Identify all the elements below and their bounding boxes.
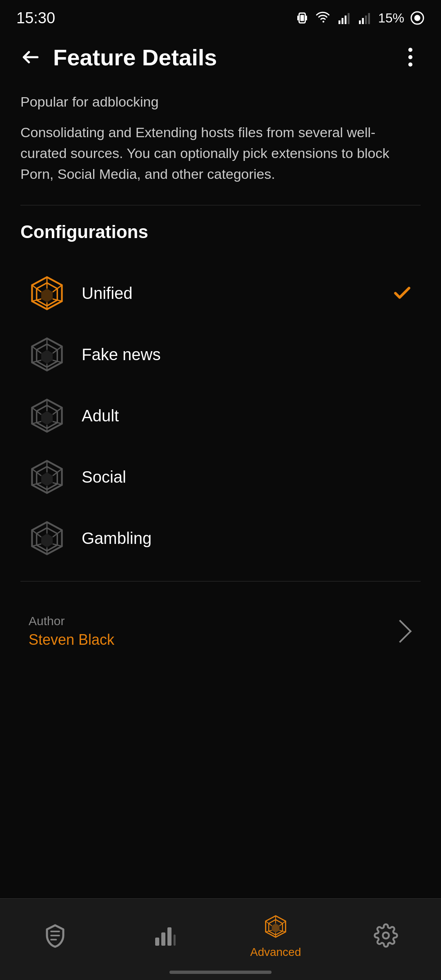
battery-text: 15% <box>378 11 404 26</box>
svg-rect-10 <box>362 18 364 24</box>
dot1 <box>408 48 412 52</box>
config-item-fake-news[interactable]: Fake news <box>20 324 421 385</box>
advanced-nav-label: Advanced <box>250 946 301 959</box>
back-button[interactable] <box>16 43 45 71</box>
svg-point-76 <box>383 932 389 938</box>
nav-item-advanced[interactable]: Advanced <box>220 904 331 959</box>
nav-item-stats[interactable] <box>110 913 220 950</box>
svg-rect-6 <box>341 18 343 24</box>
more-options-button[interactable] <box>396 43 425 71</box>
config-item-social[interactable]: Social <box>20 446 421 508</box>
divider-top <box>20 205 421 205</box>
author-chevron-icon <box>389 620 412 643</box>
svg-marker-69 <box>272 923 280 933</box>
svg-rect-66 <box>174 934 176 946</box>
svg-marker-17 <box>41 289 53 303</box>
gambling-label: Gambling <box>82 529 412 548</box>
config-item-unified[interactable]: Unified <box>20 263 421 324</box>
svg-marker-26 <box>41 350 53 364</box>
gambling-icon <box>29 520 65 557</box>
unified-icon <box>29 275 65 312</box>
home-indicator <box>169 971 272 974</box>
subtitle: Popular for adblocking <box>20 94 421 110</box>
vibrate-icon <box>295 11 310 25</box>
unified-check <box>392 283 412 303</box>
wifi-icon <box>315 11 332 25</box>
dot2 <box>408 55 412 59</box>
svg-rect-12 <box>368 13 370 24</box>
svg-rect-5 <box>339 20 341 24</box>
unified-label: Unified <box>82 284 392 303</box>
config-item-adult[interactable]: Adult <box>20 385 421 446</box>
page-title: Feature Details <box>53 44 396 71</box>
bottom-nav: Advanced <box>0 898 441 980</box>
r-signal-icon <box>358 11 372 25</box>
main-content: Popular for adblocking Consolidating and… <box>0 82 441 677</box>
nav-item-settings[interactable] <box>331 913 441 950</box>
config-item-gambling[interactable]: Gambling <box>20 508 421 569</box>
fake-news-label: Fake news <box>82 345 412 364</box>
svg-marker-44 <box>41 472 53 486</box>
author-info: Author Steven Black <box>29 614 114 648</box>
top-bar: Feature Details <box>0 33 441 82</box>
svg-rect-65 <box>167 927 172 946</box>
author-name: Steven Black <box>29 631 114 648</box>
svg-rect-3 <box>306 16 307 20</box>
svg-rect-8 <box>347 13 350 24</box>
svg-point-14 <box>414 15 421 21</box>
status-time: 15:30 <box>16 9 55 27</box>
nav-item-shield[interactable] <box>0 913 110 950</box>
advanced-nav-icon <box>261 912 290 941</box>
recording-icon <box>410 11 425 25</box>
signal-icon <box>337 11 352 25</box>
svg-rect-63 <box>155 938 159 946</box>
description: Consolidating and Extending hosts files … <box>20 122 421 185</box>
divider-bottom <box>20 581 421 581</box>
author-label: Author <box>29 614 114 628</box>
svg-rect-64 <box>161 932 165 946</box>
adult-icon <box>29 397 65 434</box>
svg-rect-7 <box>345 16 347 24</box>
social-label: Social <box>82 468 412 486</box>
fake-news-icon <box>29 336 65 373</box>
status-bar: 15:30 15% <box>0 0 441 33</box>
dot3 <box>408 62 412 67</box>
svg-rect-2 <box>297 16 298 20</box>
author-section[interactable]: Author Steven Black <box>20 598 421 665</box>
svg-rect-1 <box>300 15 304 21</box>
back-arrow-icon <box>20 47 41 67</box>
svg-rect-11 <box>365 16 367 24</box>
svg-marker-35 <box>41 411 53 425</box>
svg-rect-9 <box>359 20 361 24</box>
settings-nav-icon <box>372 921 400 950</box>
shield-nav-icon <box>41 921 69 950</box>
svg-point-4 <box>323 21 325 23</box>
social-icon <box>29 459 65 495</box>
configurations-title: Configurations <box>20 222 421 242</box>
svg-marker-53 <box>41 534 53 548</box>
adult-label: Adult <box>82 407 412 425</box>
status-icons: 15% <box>295 11 425 26</box>
config-list: Unified <box>20 263 421 569</box>
stats-nav-icon <box>151 921 180 950</box>
